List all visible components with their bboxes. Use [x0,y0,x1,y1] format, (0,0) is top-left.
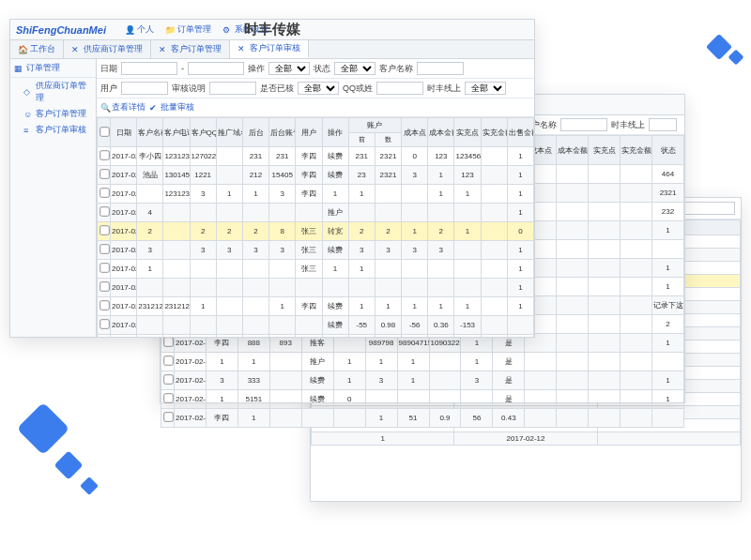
col-realrate[interactable]: 实充点 [589,136,621,165]
table-row[interactable]: 2017-02-0311推户1111是 [161,353,684,371]
row-checkbox[interactable] [100,150,109,159]
col-acct-num[interactable]: 数 [375,133,401,147]
table-row[interactable]: 2017-02-14李小四123123153131270222039231231… [98,147,534,166]
row-checkbox[interactable] [100,263,109,272]
row-checkbox[interactable] [100,244,109,253]
col-date[interactable]: 日期 [111,118,137,147]
sidebar-item-supplier[interactable]: ◇供应商订单管理 [10,78,96,106]
row-checkbox[interactable] [100,188,109,197]
order-table: 日期 客户名称 客户电话 客户QQ 推广域名 后台 后台账号 用户 操作 账户 … [97,117,534,337]
table-row[interactable]: 2017-02-104推户1 [98,204,534,222]
table-row[interactable]: 2017-02-14234234123212313234234234000456… [98,335,534,338]
col-sale[interactable]: 出售金额 [507,118,533,147]
tab-workbench[interactable]: 🏠工作台 [10,40,64,58]
col-acct-before[interactable]: 前 [348,133,375,147]
input-cust[interactable] [560,118,607,131]
home-icon: 🏠 [18,45,27,54]
brand-logo: ShiFengChuanMei [16,24,106,36]
row-checkbox[interactable] [163,356,173,365]
col-realcost[interactable]: 实充金额 [481,118,507,147]
col-phone[interactable]: 客户电话 [163,118,190,147]
col-realcost[interactable]: 实充金额 [621,136,652,165]
folder-icon: 📁 [165,25,175,35]
btn-view-detail[interactable]: 🔍查看详情 [100,101,146,114]
table-row[interactable]: 2017-02-1322228张三转宽221210 [98,222,534,241]
label-auditmemo: 审核说明 [172,83,206,95]
input-qq[interactable] [376,82,423,95]
col-cost[interactable]: 成本金额 [428,118,454,147]
col-qq[interactable]: 客户QQ [190,118,216,147]
table-wrap[interactable]: 日期 客户名称 客户电话 客户QQ 推广域名 后台 后台账号 用户 操作 账户 … [97,117,534,337]
sidebar-header[interactable]: ▦订单管理 [10,59,96,78]
table-row[interactable]: 2017-02-1023121231223121231311李四续费111111 [98,297,534,316]
list-icon: ≡ [23,126,33,135]
table-row[interactable]: 2017-02-10续费-550.98-560.36-153 [98,316,534,335]
app-title: 时丰传媒 [244,21,300,38]
close-icon[interactable]: ✕ [71,45,81,54]
col-op[interactable]: 操作 [322,118,348,147]
tab-supplier-order[interactable]: ✕供应商订单管理 [64,40,151,58]
label-status: 状态 [314,63,330,75]
table-row[interactable]: 2017-02-133333续费1313是1 [161,371,684,390]
row-checkbox[interactable] [100,319,109,328]
col-user[interactable]: 用户 [296,118,322,147]
select-status[interactable]: 全部 [334,62,376,75]
tab-customer-audit[interactable]: ✕客户订单审核 [230,40,309,58]
layers-icon: ▦ [14,64,23,73]
check-icon: ✔ [149,103,159,113]
menu-personal[interactable]: 👤个人 [125,23,154,36]
btn-batch-audit[interactable]: ✔批量审核 [149,101,194,114]
tab-customer-order[interactable]: ✕客户订单管理 [151,40,230,58]
search-icon: 🔍 [100,103,110,113]
table-row[interactable]: 2017-02-1533333张三续费33331 [98,241,534,260]
row-checkbox[interactable] [163,393,173,402]
row-checkbox[interactable] [100,206,109,216]
table-row[interactable]: 2017-02-141231233113李四11111 [98,185,534,204]
row-checkbox[interactable] [100,225,109,235]
sidebar: ▦订单管理 ◇供应商订单管理 ☺客户订单管理 ≡客户订单审核 [10,59,97,337]
table-row[interactable]: 2017-02-14池晶13014513327122121215405李四续费2… [98,166,534,185]
input-date[interactable] [121,62,177,75]
select-sfline[interactable]: 全部 [465,82,506,95]
col-platform[interactable]: 后台 [242,118,268,147]
table-row[interactable]: 12017-02-12 [312,432,741,446]
close-icon[interactable]: ✕ [238,44,247,53]
main-panel: 日期 - 操作 全部 状态 全部 客户名称 用户 审核说明 是否已核 全部 QQ… [97,59,534,337]
table-row[interactable]: 2017-02-28李四11510.9560.43 [161,409,684,428]
menu-order-mgmt[interactable]: 📁订单管理 [165,23,211,36]
input-sf[interactable] [649,118,677,131]
gear-icon: ⚙ [222,25,232,35]
col-cust[interactable]: 客户名称 [137,118,163,147]
input-user[interactable] [121,82,168,95]
select-operate[interactable]: 全部 [268,62,310,75]
row-checkbox[interactable] [163,337,173,346]
input-auditmemo[interactable] [209,82,256,95]
filter-row-1: 日期 - 操作 全部 状态 全部 客户名称 [97,59,534,79]
row-checkbox[interactable] [163,412,173,421]
row-checkbox[interactable] [100,281,109,291]
row-checkbox[interactable] [100,169,109,178]
input-date-end[interactable] [188,62,244,75]
user-icon: 👤 [125,25,134,35]
checkbox-all[interactable] [100,127,109,136]
col-platacct[interactable]: 后台账号 [269,118,296,147]
col-rate[interactable]: 成本点 [402,118,428,147]
col-cost[interactable]: 成本金额 [557,136,589,165]
sidebar-item-customer[interactable]: ☺客户订单管理 [10,106,96,122]
input-cust-name[interactable] [417,62,464,75]
col-state[interactable]: 状态 [652,136,684,165]
row-checkbox[interactable] [100,300,109,310]
col-realrate[interactable]: 实充点 [454,118,481,147]
table-row[interactable]: 2017-02-1415151续费0是1 [161,390,684,409]
label-user: 用户 [100,83,117,95]
table-row[interactable]: 2017-02-131 [98,279,534,297]
label-qq: QQ或姓 [343,83,373,95]
col-acct[interactable]: 账户 [348,118,401,133]
select-cost-checked[interactable]: 全部 [298,82,339,95]
sidebar-item-audit[interactable]: ≡客户订单审核 [10,122,96,138]
window-main: ShiFengChuanMei 👤个人 📁订单管理 ⚙系统设置 时丰传媒 🏠工作… [9,19,535,338]
close-icon[interactable]: ✕ [159,45,168,54]
table-row[interactable]: 2017-02-131张三111 [98,260,534,279]
col-promo[interactable]: 推广域名 [216,118,242,147]
row-checkbox[interactable] [163,374,173,384]
